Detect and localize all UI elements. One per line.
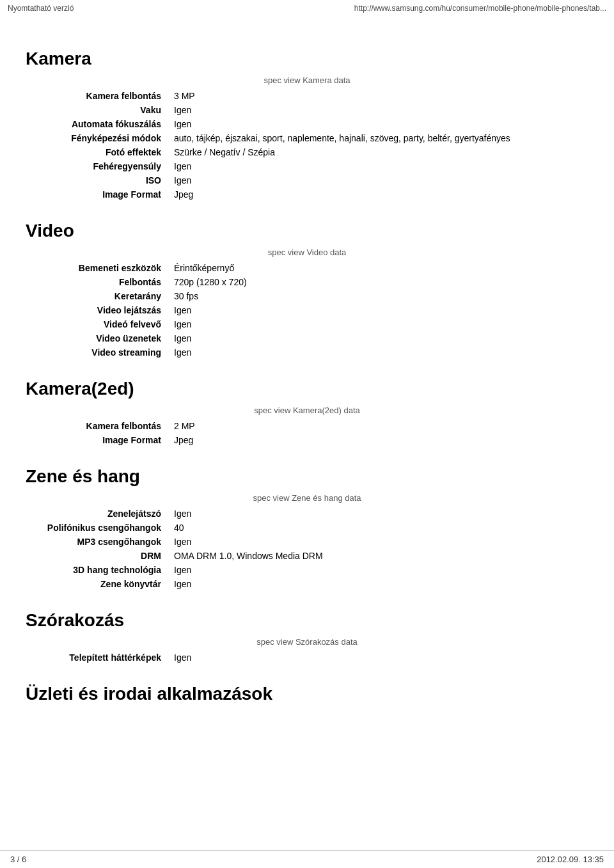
section-szorakozas: Szórakozásspec view Szórakozás dataTelep…: [26, 610, 588, 665]
row-label: Kamera felbontás: [26, 419, 166, 433]
row-value: auto, tájkép, éjszakai, sport, naplement…: [166, 131, 588, 145]
section-kamera: Kameraspec view Kamera dataKamera felbon…: [26, 49, 588, 201]
row-label: Videó felvevő: [26, 317, 166, 331]
row-value: Igen: [166, 103, 588, 117]
table-row: ISOIgen: [26, 173, 588, 187]
spec-table-zene-es-hang: ZenelejátszóIgenPolifónikus csengőhangok…: [26, 507, 588, 591]
row-value: Igen: [166, 345, 588, 359]
row-value: Igen: [166, 317, 588, 331]
row-value: 2 MP: [166, 419, 588, 433]
table-row: Fotó effektekSzürke / Negatív / Szépia: [26, 145, 588, 159]
row-label: Polifónikus csengőhangok: [26, 521, 166, 535]
row-value: Igen: [166, 535, 588, 549]
row-value: Igen: [166, 173, 588, 187]
row-value: 30 fps: [166, 289, 588, 303]
row-label: Video lejátszás: [26, 303, 166, 317]
row-label: Vaku: [26, 103, 166, 117]
section-title-szorakozas: Szórakozás: [26, 610, 588, 631]
spec-view-label-kamera: spec view Kamera data: [26, 75, 588, 85]
row-value: Igen: [166, 577, 588, 591]
table-row: Telepített háttérképekIgen: [26, 651, 588, 665]
spec-view-label-kamera2ed: spec view Kamera(2ed) data: [26, 406, 588, 415]
section-title-zene-es-hang: Zene és hang: [26, 466, 588, 487]
table-row: MP3 csengőhangokIgen: [26, 535, 588, 549]
row-value: Igen: [166, 331, 588, 345]
table-row: Video üzenetekIgen: [26, 331, 588, 345]
timestamp: 2012.02.09. 13:35: [537, 855, 604, 864]
row-value: Igen: [166, 563, 588, 577]
row-label: ISO: [26, 173, 166, 187]
spec-table-video: Bemeneti eszközökÉrintőképernyőFelbontás…: [26, 261, 588, 359]
row-label: Bemeneti eszközök: [26, 261, 166, 275]
table-row: Video streamingIgen: [26, 345, 588, 359]
row-label: 3D hang technológia: [26, 563, 166, 577]
row-value: 40: [166, 521, 588, 535]
row-label: Video üzenetek: [26, 331, 166, 345]
table-row: Kamera felbontás3 MP: [26, 89, 588, 103]
spec-view-label-szorakozas: spec view Szórakozás data: [26, 637, 588, 647]
row-label: Zenelejátszó: [26, 507, 166, 521]
table-row: Felbontás720p (1280 x 720): [26, 275, 588, 289]
bottom-bar: 3 / 6 2012.02.09. 13:35: [0, 850, 614, 868]
section-kamera2ed: Kamera(2ed)spec view Kamera(2ed) dataKam…: [26, 379, 588, 447]
row-value: Jpeg: [166, 187, 588, 201]
row-label: Image Format: [26, 433, 166, 447]
row-label: DRM: [26, 549, 166, 563]
table-row: Video lejátszásIgen: [26, 303, 588, 317]
url-label: http://www.samsung.com/hu/consumer/mobil…: [354, 4, 606, 13]
table-row: Image FormatJpeg: [26, 433, 588, 447]
spec-table-kamera2ed: Kamera felbontás2 MPImage FormatJpeg: [26, 419, 588, 447]
table-row: Zene könyvtárIgen: [26, 577, 588, 591]
row-label: Keretarány: [26, 289, 166, 303]
table-row: Kamera felbontás2 MP: [26, 419, 588, 433]
spec-view-label-zene-es-hang: spec view Zene és hang data: [26, 493, 588, 503]
section-video: Videospec view Video dataBemeneti eszköz…: [26, 221, 588, 359]
table-row: Bemeneti eszközökÉrintőképernyő: [26, 261, 588, 275]
main-content: Kameraspec view Kamera dataKamera felbon…: [0, 17, 614, 749]
row-label: Telepített háttérképek: [26, 651, 166, 665]
table-row: Image FormatJpeg: [26, 187, 588, 201]
table-row: DRMOMA DRM 1.0, Windows Media DRM: [26, 549, 588, 563]
table-row: Fényképezési módokauto, tájkép, éjszakai…: [26, 131, 588, 145]
row-value: 3 MP: [166, 89, 588, 103]
top-bar: Nyomtatható verzió http://www.samsung.co…: [0, 0, 614, 17]
row-value: 720p (1280 x 720): [166, 275, 588, 289]
table-row: Keretarány30 fps: [26, 289, 588, 303]
row-label: Felbontás: [26, 275, 166, 289]
spec-view-label-video: spec view Video data: [26, 248, 588, 257]
row-value: Érintőképernyő: [166, 261, 588, 275]
table-row: Automata fókuszálásIgen: [26, 117, 588, 131]
table-row: VakuIgen: [26, 103, 588, 117]
row-label: Kamera felbontás: [26, 89, 166, 103]
row-label: Fehéregyensúly: [26, 159, 166, 173]
row-value: Igen: [166, 303, 588, 317]
row-label: Video streaming: [26, 345, 166, 359]
section-title-uzleti: Üzleti és irodai alkalmazások: [26, 684, 588, 704]
row-value: Igen: [166, 651, 588, 665]
section-uzleti: Üzleti és irodai alkalmazások: [26, 684, 588, 704]
row-value: OMA DRM 1.0, Windows Media DRM: [166, 549, 588, 563]
spec-table-szorakozas: Telepített háttérképekIgen: [26, 651, 588, 665]
row-label: Fotó effektek: [26, 145, 166, 159]
table-row: 3D hang technológiaIgen: [26, 563, 588, 577]
row-label: MP3 csengőhangok: [26, 535, 166, 549]
table-row: ZenelejátszóIgen: [26, 507, 588, 521]
row-label: Automata fókuszálás: [26, 117, 166, 131]
section-title-video: Video: [26, 221, 588, 241]
row-value: Igen: [166, 117, 588, 131]
spec-table-kamera: Kamera felbontás3 MPVakuIgenAutomata fók…: [26, 89, 588, 201]
row-value: Jpeg: [166, 433, 588, 447]
row-value: Szürke / Negatív / Szépia: [166, 145, 588, 159]
row-value: Igen: [166, 507, 588, 521]
row-label: Fényképezési módok: [26, 131, 166, 145]
row-label: Image Format: [26, 187, 166, 201]
row-value: Igen: [166, 159, 588, 173]
section-title-kamera: Kamera: [26, 49, 588, 69]
table-row: Polifónikus csengőhangok40: [26, 521, 588, 535]
row-label: Zene könyvtár: [26, 577, 166, 591]
section-title-kamera2ed: Kamera(2ed): [26, 379, 588, 399]
section-zene-es-hang: Zene és hangspec view Zene és hang dataZ…: [26, 466, 588, 591]
print-label: Nyomtatható verzió: [8, 4, 74, 13]
table-row: FehéregyensúlyIgen: [26, 159, 588, 173]
page-number: 3 / 6: [10, 855, 26, 864]
